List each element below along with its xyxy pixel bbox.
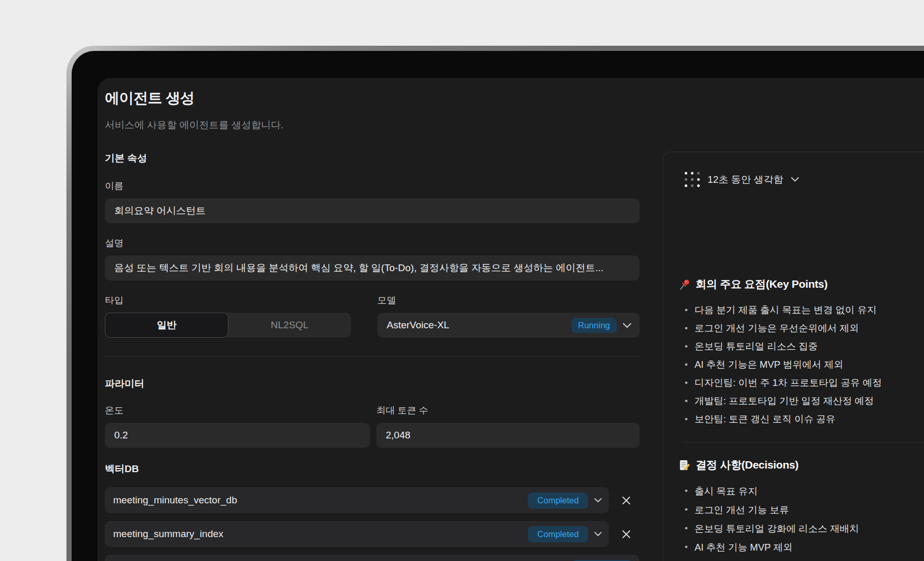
description-input[interactable]	[105, 256, 640, 280]
decisions-title: 결정 사항(Decisions)	[696, 458, 798, 472]
key-points-title: 회의 주요 요점(Key Points)	[696, 277, 827, 291]
chevron-down-icon	[791, 177, 799, 182]
decisions-list: 출시 목표 유지 로그인 개선 기능 보류 온보딩 튜토리얼 강화에 리소스 재…	[685, 482, 859, 556]
key-point-item: AI 추천 기능은 MVP 범위에서 제외	[685, 355, 882, 373]
status-badge: Completed	[528, 526, 588, 542]
type-segmented-control: 일반 NL2SQL	[105, 313, 351, 338]
decision-item: 온보딩 튜토리얼 강화에 리소스 재배치	[685, 519, 859, 538]
thinking-summary-toggle[interactable]: 12초 동안 생각함	[685, 172, 799, 187]
key-point-item: 개발팀: 프로토타입 기반 일정 재산정 예정	[685, 392, 882, 410]
x-mark-icon	[622, 496, 631, 505]
key-point-item: 온보딩 튜토리얼 리소스 집중	[685, 337, 882, 355]
dots-grid-icon	[685, 172, 700, 187]
vectordb-row-partial	[105, 555, 640, 561]
key-point-item: 보안팀: 토큰 갱신 로직 이슈 공유	[685, 410, 882, 428]
vectordb-name: meeting_minutes_vector_db	[113, 495, 237, 506]
remove-vectordb-button[interactable]	[613, 487, 640, 513]
pushpin-icon	[678, 278, 690, 290]
memo-pencil-icon	[678, 459, 690, 471]
decision-item: 출시 목표 유지	[685, 482, 859, 500]
section-vectordb: 벡터DB	[105, 462, 139, 476]
key-point-item: 다음 분기 제품 출시 목표는 변경 없이 유지	[685, 301, 882, 319]
type-option-general[interactable]: 일반	[105, 313, 228, 338]
model-label: 모델	[377, 294, 396, 306]
assistant-panel: 12초 동안 생각함 회의 주요 요점(Key Points) 다음 분기 제품…	[663, 152, 924, 561]
key-points-heading: 회의 주요 요점(Key Points)	[678, 277, 827, 291]
vectordb-row: meeting_minutes_vector_db Completed	[105, 487, 640, 513]
panel-divider	[682, 442, 924, 443]
vectordb-row: meeting_summary_index Completed	[105, 521, 640, 547]
model-select[interactable]: AsterVoice-XL Running	[377, 313, 640, 338]
decisions-heading: 결정 사항(Decisions)	[678, 458, 798, 472]
name-input[interactable]	[105, 198, 640, 223]
vectordb-list: meeting_minutes_vector_db Completed meet…	[105, 487, 640, 561]
max-tokens-label: 최대 토큰 수	[376, 404, 428, 417]
status-badge: Completed	[528, 492, 588, 509]
name-label: 이름	[105, 180, 124, 192]
decision-item: 로그인 개선 기능 보류	[685, 500, 859, 519]
decision-item: AI 추천 기능 MVP 제외	[685, 538, 859, 556]
temperature-input[interactable]	[105, 423, 370, 448]
key-point-item: 로그인 개선 기능은 우선순위에서 제외	[685, 319, 882, 337]
vectordb-name: meeting_summary_index	[113, 528, 223, 540]
chevron-down-icon	[594, 498, 602, 502]
chevron-down-icon	[623, 323, 631, 328]
key-point-item: 디자인팀: 이번 주 1차 프로토타입 공유 예정	[685, 373, 882, 392]
vectordb-select[interactable]: meeting_minutes_vector_db Completed	[105, 487, 609, 513]
section-basic-attributes: 기본 속성	[105, 152, 147, 165]
x-mark-icon	[622, 530, 631, 539]
temperature-label: 온도	[105, 404, 124, 417]
page-title: 에이전트 생성	[105, 88, 194, 108]
vectordb-select[interactable]: meeting_summary_index Completed	[105, 521, 609, 547]
section-divider	[105, 356, 640, 357]
thinking-duration-label: 12초 동안 생각함	[708, 173, 783, 186]
model-status-badge: Running	[572, 318, 617, 333]
description-label: 설명	[105, 237, 124, 249]
page-subtitle: 서비스에 사용할 에이전트를 생성합니다.	[105, 118, 283, 132]
max-tokens-input[interactable]	[376, 423, 640, 448]
section-parameters: 파라미터	[105, 377, 144, 391]
model-value: AsterVoice-XL	[387, 319, 449, 331]
key-points-list: 다음 분기 제품 출시 목표는 변경 없이 유지 로그인 개선 기능은 우선순위…	[685, 301, 882, 428]
type-label: 타입	[105, 294, 124, 306]
chevron-down-icon	[594, 532, 602, 536]
vectordb-select[interactable]	[105, 555, 640, 561]
remove-vectordb-button[interactable]	[613, 521, 640, 547]
app-screen: 에이전트 생성 서비스에 사용할 에이전트를 생성합니다. 기본 속성 이름 설…	[98, 78, 924, 561]
type-option-nl2sql[interactable]: NL2SQL	[228, 313, 351, 338]
